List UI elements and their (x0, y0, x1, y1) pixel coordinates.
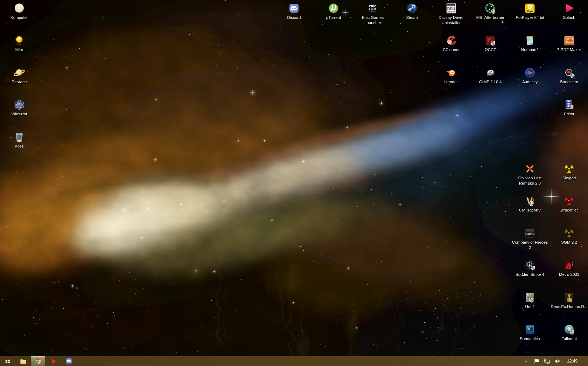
svg-text:COH2: COH2 (525, 232, 534, 236)
svg-text:UNINSTALLER: UNINSTALLER (448, 11, 455, 13)
svg-text:DDU: DDU (447, 7, 455, 11)
svg-text:DISPLAYDRIVER: DISPLAYDRIVER (447, 5, 456, 6)
svg-text:4: 4 (528, 263, 531, 267)
svg-text:GAMES: GAMES (369, 8, 377, 10)
svg-text:Maker: Maker (566, 41, 574, 43)
svg-text:DX: DX (568, 299, 570, 301)
svg-text:Player: Player (526, 10, 533, 13)
svg-text:EPIC: EPIC (369, 5, 376, 8)
svg-text:7-PDF: 7-PDF (566, 38, 573, 41)
svg-text:METRO: METRO (572, 262, 573, 266)
